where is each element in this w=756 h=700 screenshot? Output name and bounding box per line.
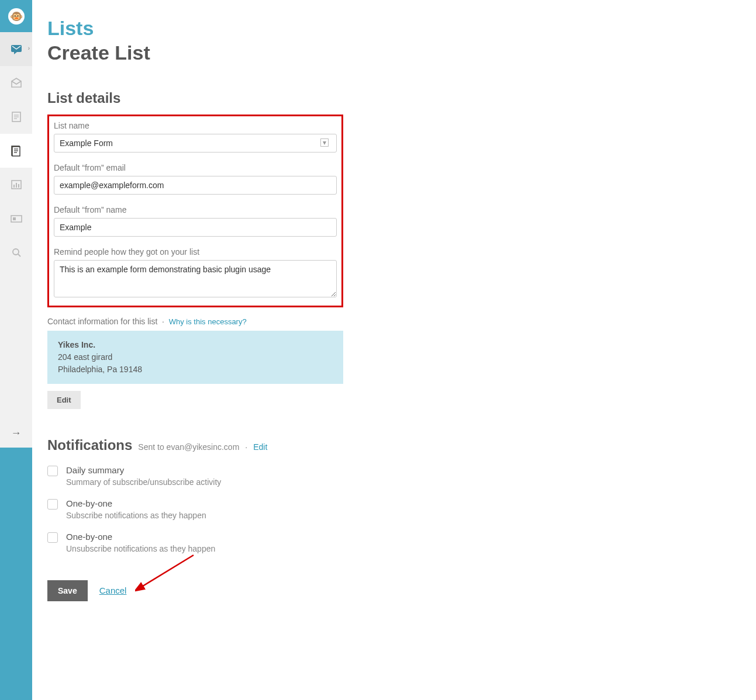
annotation-arrow-icon: [135, 552, 199, 593]
sidebar: 🐵 › →: [0, 0, 32, 700]
nav-reports[interactable]: [0, 168, 32, 202]
from-email-input[interactable]: [54, 176, 337, 195]
from-email-label: Default “from” email: [54, 163, 332, 172]
section-heading-details: List details: [47, 90, 756, 106]
search-icon: [9, 245, 23, 259]
reminder-label: Remind people how they got on your list: [54, 247, 332, 257]
notification-option-subscribe: One-by-one Subscribe notifications as th…: [47, 498, 756, 520]
from-name-label: Default “from” name: [54, 205, 332, 214]
notifications-sent-to: Sent to evan@yikesinc.com: [138, 442, 239, 452]
notification-desc: Summary of subscribe/unsubscribe activit…: [66, 477, 221, 487]
svg-rect-13: [13, 185, 15, 188]
section-heading-notifications: Notifications: [47, 437, 132, 453]
svg-marker-1: [14, 52, 17, 54]
notification-option-unsubscribe: One-by-one Unsubscribe notifications as …: [47, 532, 756, 553]
notification-title: Daily summary: [66, 465, 221, 475]
notification-desc: Unsubscribe notifications as they happen: [66, 544, 215, 553]
checkbox-unsubscribe-onebyone[interactable]: [47, 532, 58, 543]
list-name-label: List name: [54, 121, 332, 130]
nav-templates[interactable]: [0, 66, 32, 100]
envelope-speech-icon: [9, 42, 23, 56]
detail-form-highlight: List name ▾ Default “from” email Default…: [47, 115, 343, 307]
svg-rect-14: [16, 183, 17, 188]
svg-rect-15: [18, 184, 19, 188]
contact-address-line2: Philadelphia, Pa 19148: [58, 363, 333, 376]
notification-option-daily: Daily summary Summary of subscribe/unsub…: [47, 465, 756, 487]
document-icon: [9, 110, 23, 124]
bar-chart-icon: [9, 178, 23, 192]
nav-autoresponders[interactable]: [0, 202, 32, 235]
notification-title: One-by-one: [66, 532, 215, 542]
page-title: Create List: [47, 41, 756, 64]
breadcrumb[interactable]: Lists: [47, 16, 756, 40]
notification-desc: Subscribe notifications as they happen: [66, 511, 206, 520]
svg-rect-17: [13, 217, 16, 220]
lists-icon: [9, 144, 23, 158]
svg-rect-8: [12, 147, 20, 156]
svg-point-18: [13, 249, 19, 255]
from-name-input[interactable]: [54, 218, 337, 237]
edit-notifications-link[interactable]: Edit: [253, 442, 267, 452]
envelope-open-icon: [9, 76, 23, 90]
svg-line-20: [141, 555, 194, 587]
reminder-textarea[interactable]: This is an example form demonstrating ba…: [54, 260, 337, 297]
why-necessary-link[interactable]: Why is this necessary?: [169, 317, 247, 326]
contact-address-line1: 204 east girard: [58, 351, 333, 363]
cancel-link[interactable]: Cancel: [99, 585, 127, 595]
save-button[interactable]: Save: [47, 580, 88, 601]
sidebar-fill-decoration: [0, 448, 32, 700]
svg-line-19: [18, 254, 20, 257]
notification-title: One-by-one: [66, 498, 206, 508]
edit-contact-button[interactable]: Edit: [47, 391, 81, 409]
contact-info-label: Contact information for this list · Why …: [47, 317, 756, 326]
svg-rect-16: [11, 216, 22, 222]
nav-campaigns[interactable]: ›: [0, 32, 32, 66]
nav-automations[interactable]: [0, 100, 32, 134]
main-content: Lists Create List List details List name…: [32, 0, 756, 700]
mailchimp-logo-icon: 🐵: [8, 8, 25, 25]
checkbox-subscribe-onebyone[interactable]: [47, 499, 58, 510]
collapse-sidebar-arrow-icon[interactable]: →: [0, 418, 32, 448]
checkbox-daily-summary[interactable]: [47, 466, 58, 476]
list-name-input[interactable]: [54, 134, 337, 153]
svg-marker-2: [12, 78, 21, 87]
brand-logo[interactable]: 🐵: [0, 0, 32, 32]
nav-lists[interactable]: [0, 134, 32, 168]
form-actions: Save Cancel: [47, 580, 756, 601]
contact-info-box: Yikes Inc. 204 east girard Philadelphia,…: [47, 331, 343, 384]
autofill-icon: ▾: [320, 138, 329, 147]
contact-company: Yikes Inc.: [58, 339, 333, 351]
nav-search[interactable]: [0, 235, 32, 269]
card-icon: [9, 212, 23, 226]
chevron-right-icon: ›: [28, 45, 30, 51]
